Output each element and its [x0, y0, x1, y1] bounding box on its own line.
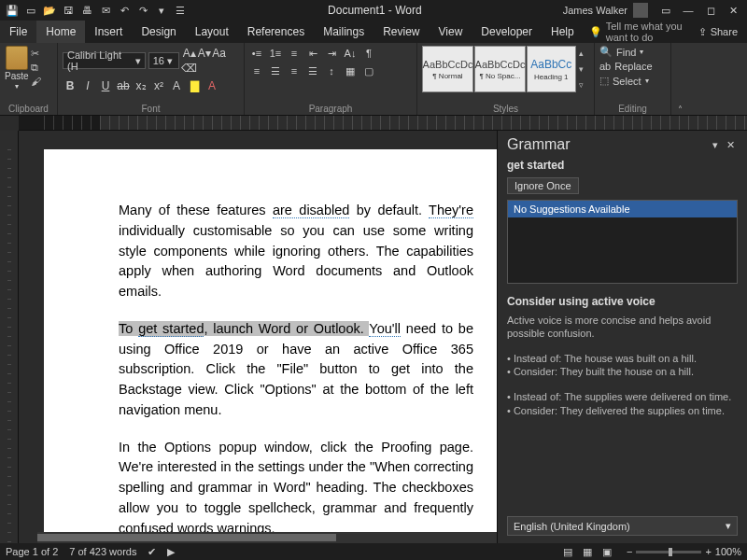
tab-review[interactable]: Review [374, 21, 429, 43]
save-icon[interactable]: 💾 [6, 4, 19, 17]
subscript-icon[interactable]: x₂ [134, 78, 148, 93]
touch-mode-icon[interactable]: ☰ [174, 4, 187, 17]
decrease-indent-icon[interactable]: ⇤ [305, 46, 320, 61]
spellcheck-icon[interactable]: ✔ [148, 546, 156, 558]
sort-icon[interactable]: A↓ [343, 46, 358, 61]
maximize-icon[interactable]: ◻ [704, 4, 717, 17]
underline-icon[interactable]: U [98, 78, 113, 93]
customize-icon[interactable]: ▾ [155, 4, 168, 17]
tab-layout[interactable]: Layout [186, 21, 238, 43]
print-icon[interactable]: 🖶 [80, 4, 93, 17]
styles-gallery-more[interactable]: ▴▾▿ [577, 46, 589, 92]
tab-view[interactable]: View [430, 21, 472, 43]
copy-icon[interactable]: ⧉ [31, 62, 44, 73]
collapse-ribbon-icon[interactable]: ˄ [671, 43, 688, 115]
shrink-font-icon[interactable]: A▾ [197, 46, 212, 61]
font-color-icon[interactable]: A [204, 78, 219, 93]
style-normal[interactable]: AaBbCcDc ¶ Normal [422, 46, 473, 92]
page[interactable]: Many of these features are disabled by d… [44, 149, 497, 543]
share-button[interactable]: ⇪ Share [689, 21, 747, 43]
zoom-slider[interactable] [636, 551, 701, 553]
new-icon[interactable]: ▭ [24, 4, 37, 17]
read-mode-icon[interactable]: ▤ [559, 546, 576, 558]
superscript-icon[interactable]: x² [151, 78, 166, 93]
style-heading-1[interactable]: AaBbCc Heading 1 [527, 46, 576, 92]
justify-icon[interactable]: ☰ [305, 63, 320, 78]
ribbon-options-icon[interactable]: ▭ [659, 4, 672, 17]
undo-icon[interactable]: ↶ [118, 4, 131, 17]
bold-icon[interactable]: B [63, 78, 78, 93]
find-button[interactable]: 🔍Find▾ [599, 46, 666, 58]
paragraph[interactable]: In the Options popup window, click the P… [119, 438, 473, 539]
minimize-icon[interactable]: — [682, 4, 695, 17]
tab-insert[interactable]: Insert [85, 21, 132, 43]
open-icon[interactable]: 📂 [43, 4, 56, 17]
horizontal-scrollbar[interactable] [37, 532, 497, 543]
print-layout-icon[interactable]: ▦ [579, 546, 596, 558]
vertical-ruler[interactable] [0, 131, 19, 543]
grammar-flag[interactable]: They're [429, 203, 473, 218]
select-button[interactable]: ⬚Select▾ [599, 75, 666, 87]
shading-icon[interactable]: ▦ [343, 63, 358, 78]
macro-icon[interactable]: ▶ [167, 546, 175, 558]
align-right-icon[interactable]: ≡ [287, 63, 302, 78]
borders-icon[interactable]: ▢ [361, 63, 376, 78]
horizontal-ruler[interactable] [19, 116, 747, 131]
grow-font-icon[interactable]: A▴ [182, 46, 197, 61]
save-as-icon[interactable]: 🖫 [62, 4, 75, 17]
grammar-flag[interactable]: are disabled [273, 203, 349, 218]
line-spacing-icon[interactable]: ↕ [324, 63, 339, 78]
pane-options-icon[interactable]: ▾ [708, 139, 723, 151]
paste-button[interactable]: Paste ▾ [5, 46, 29, 91]
zoom-in-icon[interactable]: + [705, 546, 711, 557]
tab-mailings[interactable]: Mailings [314, 21, 374, 43]
ignore-once-button[interactable]: Ignore Once [507, 177, 579, 194]
selected-text[interactable]: To [119, 321, 138, 336]
multilevel-icon[interactable]: ≡ [287, 46, 302, 61]
tell-me-search[interactable]: 💡 Tell me what you want to do [589, 21, 689, 43]
paragraph[interactable]: To get started, launch Word or Outlook. … [119, 319, 473, 421]
strike-icon[interactable]: ab [116, 78, 131, 93]
pane-close-icon[interactable]: ✕ [723, 139, 738, 151]
text-effects-icon[interactable]: A [169, 78, 184, 93]
cut-icon[interactable]: ✂ [31, 48, 44, 59]
user-area[interactable]: James Walker [563, 3, 652, 18]
font-size-combo[interactable]: 16 ▾ [148, 52, 179, 69]
tab-home[interactable]: Home [36, 21, 85, 43]
scrollbar-thumb[interactable] [37, 534, 336, 541]
no-suggestions-item[interactable]: No Suggestions Available [508, 201, 737, 217]
show-marks-icon[interactable]: ¶ [361, 46, 376, 61]
word-count[interactable]: 7 of 423 words [69, 546, 136, 557]
zoom-value[interactable]: 100% [715, 546, 741, 557]
paragraph[interactable]: Many of these features are disabled by d… [119, 201, 473, 302]
align-left-icon[interactable]: ≡ [249, 63, 264, 78]
replace-button[interactable]: abReplace [599, 61, 666, 72]
italic-icon[interactable]: I [80, 78, 95, 93]
align-center-icon[interactable]: ☰ [268, 63, 283, 78]
grammar-flag[interactable]: You'll [369, 321, 401, 337]
page-indicator[interactable]: Page 1 of 2 [6, 546, 58, 557]
increase-indent-icon[interactable]: ⇥ [324, 46, 339, 61]
tab-references[interactable]: References [238, 21, 314, 43]
clear-format-icon[interactable]: ⌫ [182, 61, 197, 76]
close-icon[interactable]: ✕ [726, 4, 740, 17]
redo-icon[interactable]: ↷ [136, 4, 149, 17]
selected-grammar-flag[interactable]: get started [138, 321, 204, 337]
bullets-icon[interactable]: •≡ [249, 46, 264, 61]
zoom-thumb[interactable] [669, 548, 672, 556]
highlight-icon[interactable]: ▇ [187, 78, 202, 93]
tab-file[interactable]: File [0, 21, 36, 43]
web-layout-icon[interactable]: ▣ [599, 546, 615, 558]
zoom-out-icon[interactable]: − [627, 546, 632, 557]
format-painter-icon[interactable]: 🖌 [31, 76, 44, 87]
language-combo[interactable]: English (United Kingdom) ▾ [507, 516, 738, 536]
font-name-combo[interactable]: Calibri Light (H▾ [63, 52, 146, 69]
tab-design[interactable]: Design [132, 21, 185, 43]
document-viewport[interactable]: Many of these features are disabled by d… [19, 131, 497, 543]
style-no-spacing[interactable]: AaBbCcDc ¶ No Spac... [474, 46, 526, 92]
email-icon[interactable]: ✉ [99, 4, 112, 17]
tab-help[interactable]: Help [542, 21, 584, 43]
selected-text[interactable]: , launch Word or Outlook. [204, 321, 369, 336]
tab-developer[interactable]: Developer [472, 21, 542, 43]
change-case-icon[interactable]: Aa [212, 46, 227, 61]
